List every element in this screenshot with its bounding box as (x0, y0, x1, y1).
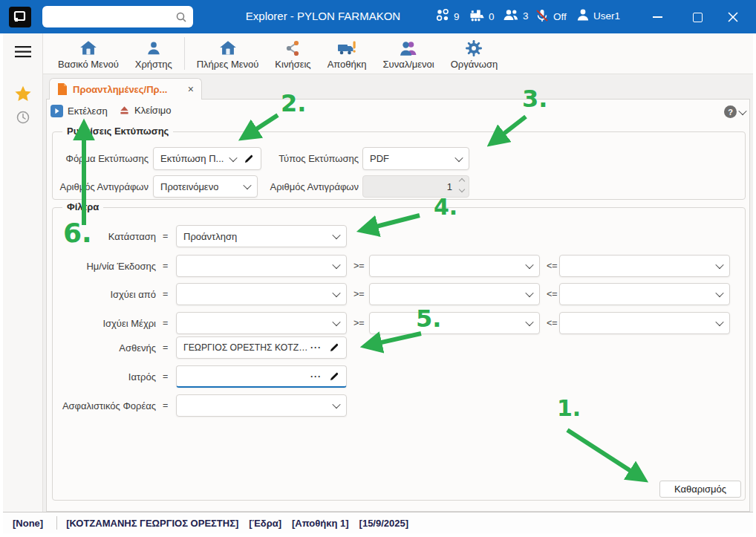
toolbar-item-xristis[interactable]: Χρήστης (127, 36, 180, 71)
edit-pencil-icon[interactable] (329, 342, 339, 353)
edit-pencil-icon[interactable] (244, 154, 254, 164)
type-label: Τύπος Εκτύπωσης (262, 147, 359, 170)
chevron-down-icon (525, 289, 533, 297)
chevron-down-icon (332, 261, 340, 269)
history-button[interactable] (3, 110, 42, 125)
lookup-ellipsis-button[interactable]: ··· (310, 371, 322, 382)
filter-status-value: Προάντληση (183, 231, 237, 242)
search-input[interactable] (42, 6, 193, 27)
history-clock-icon (16, 110, 30, 125)
users-badge[interactable]: 3 (503, 8, 529, 24)
train-badge[interactable]: 0 (469, 8, 495, 25)
users-count: 3 (523, 10, 529, 22)
status-warehouse[interactable]: [Αποθήκη 1] (292, 518, 349, 529)
toolbar-item-basiko-menou[interactable]: Βασικό Μενού (50, 36, 127, 71)
close-report-button[interactable]: Κλείσιμο (119, 105, 172, 116)
le-operator: <= (547, 283, 558, 305)
toolbar-label: Συναλ/μενοι (383, 59, 434, 70)
filter-valid-from-ge-combobox[interactable] (369, 283, 540, 305)
community-badge[interactable]: 9 (435, 8, 460, 25)
copies-mode-combobox[interactable]: Προτεινόμενο (153, 175, 258, 198)
filter-issue-date-to-combobox[interactable] (559, 255, 730, 277)
filter-insurance-combobox[interactable] (176, 394, 347, 417)
copies-mode-label: Αριθμός Αντιγράφων (52, 175, 149, 198)
print-form-combobox[interactable]: Εκτύπωση Π... (153, 147, 261, 170)
maximize-button[interactable] (688, 7, 707, 27)
maximize-icon (693, 13, 703, 22)
document-icon (57, 83, 68, 95)
user-icon (146, 38, 162, 57)
eq-operator: = (163, 394, 168, 417)
left-sidebar (3, 33, 43, 512)
filter-doctor-lookup[interactable]: ··· (176, 365, 347, 388)
filter-valid-from-combobox[interactable] (176, 283, 347, 305)
copies-count-spinner[interactable]: 1 (362, 175, 469, 198)
ge-operator: >= (353, 255, 365, 277)
close-window-button[interactable] (723, 7, 743, 27)
status-branch[interactable]: [Έδρα] (249, 518, 281, 529)
filter-label: Ιατρός (59, 365, 156, 388)
status-company[interactable]: [ΚΟΤΖΑΜΑΝΗΣ ΓΕΩΡΓΙΟΣ ΟΡΕΣΤΗΣ] (66, 518, 238, 529)
toolbar-label: Αποθήκη (328, 59, 367, 70)
status-separator (56, 516, 57, 530)
filter-valid-until-le-combobox[interactable] (559, 312, 730, 334)
mic-toggle[interactable]: Off (535, 8, 567, 25)
toolbar-item-organosi[interactable]: Οργάνωση (443, 36, 506, 71)
eq-operator: = (163, 365, 168, 388)
filter-label: Κατάσταση (59, 225, 156, 247)
star-icon (14, 85, 32, 102)
favorites-button[interactable] (3, 85, 42, 102)
chevron-down-icon (738, 106, 746, 114)
execute-button[interactable]: Εκτέλεση (50, 105, 108, 117)
toolbar-item-synallassomenoi[interactable]: Συναλ/μενοι (375, 36, 443, 71)
user-icon (576, 8, 590, 24)
spinner-arrows-icon[interactable] (460, 179, 464, 192)
print-type-value: PDF (370, 153, 389, 164)
filter-issue-date-from-combobox[interactable] (369, 255, 540, 277)
filter-issue-date-combobox[interactable] (176, 255, 347, 277)
main-toolbar: Βασικό Μενού Χρήστης Πλήρες Μενού Κινήσε… (42, 33, 753, 74)
status-date[interactable]: [15/9/2025] (359, 518, 409, 529)
gear-icon (465, 38, 483, 57)
filter-label: Ημ/νία Έκδοσης (59, 255, 156, 277)
home-icon (79, 38, 98, 57)
chevron-down-icon (332, 400, 340, 409)
minimize-icon (653, 16, 662, 18)
clear-filters-button[interactable]: Καθαρισμός (659, 481, 741, 498)
hamburger-menu-button[interactable] (3, 46, 42, 58)
toolbar-item-apothiki[interactable]: Αποθήκη (319, 36, 375, 71)
toolbar-item-plires-menou[interactable]: Πλήρες Μενού (189, 36, 267, 71)
tab-proantlimenes[interactable]: Προαντλημένες/Πρ... × (49, 78, 202, 100)
title-bar: Explorer - PYLON FARMAKON 9 0 (0, 0, 756, 33)
print-type-combobox[interactable]: PDF (362, 147, 469, 170)
print-form-value: Εκτύπωση Π... (160, 153, 224, 164)
status-bar: [None] [ΚΟΤΖΑΜΑΝΗΣ ΓΕΩΡΓΙΟΣ ΟΡΕΣΤΗΣ] [Έδ… (3, 512, 753, 533)
chevron-down-icon (715, 318, 723, 326)
minimize-button[interactable] (648, 7, 667, 27)
edit-pencil-icon[interactable] (329, 371, 339, 382)
community-count: 9 (454, 11, 460, 22)
form-label: Φόρμα Εκτύπωσης (52, 147, 149, 170)
chevron-down-icon (715, 261, 723, 269)
eject-icon (119, 105, 130, 116)
filter-valid-until-combobox[interactable] (176, 312, 347, 334)
filter-patient-lookup[interactable]: ΓΕΩΡΓΙΟΣ ΟΡΕΣΤΗΣ ΚΟΤΖΑΜ ··· (176, 336, 347, 359)
user-menu[interactable]: User1 (576, 8, 620, 24)
filter-status-combobox[interactable]: Προάντληση (176, 225, 347, 247)
toolbar-item-kiniseis[interactable]: Κινήσεις (267, 36, 319, 71)
copies-count-value: 1 (447, 181, 452, 192)
le-operator: <= (547, 312, 558, 334)
filter-valid-until-ge-combobox[interactable] (369, 312, 540, 334)
toolbar-label: Πλήρες Μενού (197, 59, 259, 70)
eq-operator: = (163, 255, 168, 277)
play-icon (50, 105, 63, 117)
filter-valid-from-le-combobox[interactable] (559, 283, 730, 305)
search-icon (175, 11, 187, 23)
lookup-ellipsis-button[interactable]: ··· (310, 342, 322, 353)
pylon-logo-icon[interactable] (9, 7, 31, 27)
mic-status-label: Off (553, 11, 567, 22)
filters-group: Φίλτρα (52, 207, 746, 501)
status-none[interactable]: [None] (13, 518, 43, 529)
help-button[interactable]: ? (724, 105, 746, 118)
tab-close-icon[interactable]: × (188, 84, 194, 94)
